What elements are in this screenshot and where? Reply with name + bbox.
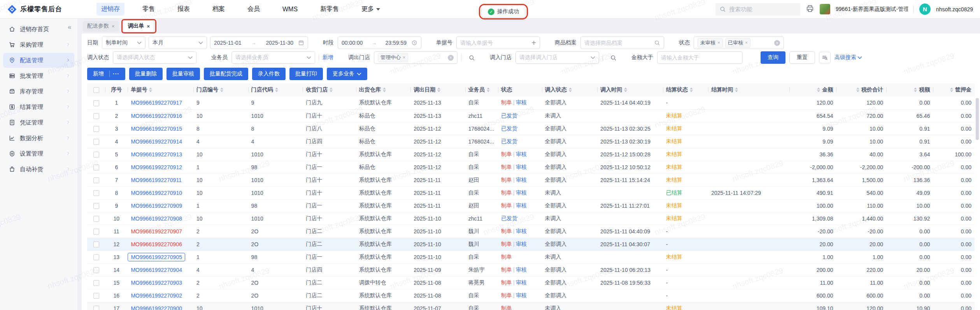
- row-checkbox[interactable]: [93, 306, 99, 310]
- product-archive-input[interactable]: [584, 40, 654, 46]
- amount-input[interactable]: [661, 54, 739, 61]
- search-icon[interactable]: [610, 54, 617, 61]
- remove-tag-icon[interactable]: ×: [403, 55, 405, 60]
- out-store-multiselect[interactable]: 管理中心× ×: [374, 51, 458, 64]
- row-checkbox[interactable]: [93, 267, 99, 273]
- sidebar-item-settlement[interactable]: 结算管理: [3, 100, 74, 114]
- sort-icons[interactable]: [383, 88, 386, 92]
- sort-icons[interactable]: [220, 88, 223, 92]
- sidebar-item-purchase[interactable]: 采购管理: [3, 37, 74, 52]
- advanced-search-link[interactable]: 高级搜索: [834, 54, 862, 61]
- row-checkbox[interactable]: [93, 190, 99, 196]
- nav-item-new-retail[interactable]: 新零售: [316, 3, 344, 16]
- sidebar-collapse-icon[interactable]: «: [68, 23, 70, 31]
- add-salesman-link[interactable]: 新增: [323, 54, 333, 61]
- sort-icons[interactable]: [330, 88, 333, 92]
- tab-transfer-out-order[interactable]: 调出单×: [124, 21, 154, 32]
- sort-icons[interactable]: [624, 88, 627, 92]
- row-checkbox[interactable]: [93, 152, 99, 158]
- column-header-settle[interactable]: 结算状态: [663, 83, 708, 96]
- column-header-warehouse[interactable]: 出货仓库: [356, 83, 411, 96]
- column-header-store_no[interactable]: 门店编号: [193, 83, 248, 96]
- sort-icons[interactable]: [735, 88, 738, 92]
- sidebar-item-voucher[interactable]: 凭证管理: [3, 115, 74, 130]
- order-no-link[interactable]: MO99661992270906: [131, 241, 182, 247]
- sidebar-item-delivery[interactable]: 配送管理: [3, 53, 74, 68]
- more-business-button[interactable]: 更多业务: [327, 68, 367, 80]
- column-header-store[interactable]: 收货门店: [303, 83, 356, 96]
- nav-item-reports[interactable]: 报表: [173, 3, 195, 16]
- nav-item-members[interactable]: 会员: [243, 3, 265, 16]
- time-range-picker[interactable]: 00:00:00 → 23:59:59: [338, 37, 421, 49]
- sort-icons[interactable]: [817, 88, 820, 92]
- order-no-link[interactable]: MO99661992270900: [131, 305, 182, 310]
- row-checkbox[interactable]: [93, 293, 99, 299]
- batch-delete-button[interactable]: 批量删除: [129, 68, 163, 80]
- add-button[interactable]: 新增···: [87, 68, 125, 80]
- sort-icons[interactable]: [950, 88, 953, 92]
- sidebar-item-inventory[interactable]: 库存管理: [3, 84, 74, 99]
- user-avatar[interactable]: N: [919, 4, 931, 15]
- sort-icons[interactable]: [690, 88, 693, 92]
- order-no-link[interactable]: MO99661992270914: [131, 138, 182, 145]
- column-header-salesman[interactable]: 业务员: [465, 83, 498, 96]
- in-store-select[interactable]: 请选择调入门店: [515, 51, 599, 64]
- sort-icons[interactable]: [149, 88, 152, 92]
- nav-item-wms[interactable]: WMS: [278, 4, 302, 15]
- row-checkbox[interactable]: [93, 177, 99, 183]
- order-no-link[interactable]: MO99661992270907: [131, 228, 182, 235]
- date-type-select[interactable]: 制单时间: [102, 37, 146, 49]
- global-search[interactable]: [715, 3, 800, 16]
- row-checkbox[interactable]: [93, 165, 99, 170]
- sort-icons[interactable]: [856, 88, 859, 92]
- sort-icons[interactable]: [437, 88, 440, 92]
- column-header-deposit[interactable]: 筐押金: [933, 83, 975, 96]
- order-no-link[interactable]: MO99661992270912: [131, 164, 182, 170]
- row-checkbox[interactable]: [93, 100, 99, 106]
- store-avatar[interactable]: [820, 4, 830, 14]
- global-search-input[interactable]: [729, 6, 791, 12]
- remove-tag-icon[interactable]: ×: [745, 40, 748, 46]
- user-name[interactable]: nhsoft.zqc0829: [936, 6, 973, 12]
- column-header-date[interactable]: 调出日期: [410, 83, 465, 96]
- column-header-in_time[interactable]: 调入时间: [597, 83, 663, 96]
- batch-allocation-done-button[interactable]: 批量配货完成: [204, 68, 248, 80]
- date-preset-select[interactable]: 本月: [149, 37, 207, 49]
- date-range-picker[interactable]: 2025-11-01 → 2025-11-30: [210, 37, 308, 49]
- select-all-checkbox[interactable]: [93, 87, 99, 93]
- row-checkbox[interactable]: [93, 203, 99, 209]
- printer-icon[interactable]: [806, 4, 814, 14]
- more-dots-icon[interactable]: ···: [113, 71, 119, 77]
- column-header-tax[interactable]: 税额: [886, 83, 933, 96]
- row-checkbox[interactable]: [93, 126, 99, 132]
- order-no-link[interactable]: MO99661992270908: [131, 215, 182, 222]
- row-checkbox[interactable]: [93, 280, 99, 286]
- order-no-link[interactable]: MO99661992270910: [131, 190, 182, 196]
- sidebar-item-analytics[interactable]: 数据分析: [3, 131, 74, 145]
- row-checkbox[interactable]: [93, 254, 99, 260]
- batch-audit-button[interactable]: 批量审核: [167, 68, 200, 80]
- sidebar-item-replenish[interactable]: 自动补货: [3, 162, 74, 177]
- clear-icon[interactable]: ×: [448, 55, 454, 61]
- tab-delivery-params[interactable]: 配送参数×: [83, 21, 119, 32]
- order-no-input[interactable]: [460, 40, 531, 46]
- enter-quantity-button[interactable]: 录入件数: [252, 68, 286, 80]
- order-no-link[interactable]: MO99661992270902: [131, 292, 182, 299]
- column-header-settle_time[interactable]: 结算时间: [708, 83, 789, 96]
- column-header-amount[interactable]: 金额: [789, 83, 836, 96]
- column-header-no[interactable]: 单据号: [128, 83, 193, 96]
- close-icon[interactable]: ×: [147, 23, 150, 29]
- column-header-tax_total[interactable]: 税价合计: [836, 83, 886, 96]
- row-checkbox[interactable]: [93, 229, 99, 235]
- order-no-link[interactable]: MO99661992270904: [131, 267, 182, 273]
- order-no-link[interactable]: MO99661992270905: [131, 254, 182, 260]
- salesman-select[interactable]: 请选择业务员: [231, 51, 315, 64]
- row-checkbox[interactable]: [93, 242, 99, 247]
- nav-item-more[interactable]: 更多: [357, 3, 385, 16]
- order-no-link[interactable]: MO99661992270916: [131, 113, 182, 119]
- column-header-store_code[interactable]: 门店代码: [248, 83, 303, 96]
- batch-print-button[interactable]: 批量打印: [289, 68, 323, 80]
- advanced-filter-icon[interactable]: [819, 52, 831, 63]
- sort-icons[interactable]: [275, 88, 278, 92]
- order-no-link[interactable]: MO99661992270915: [131, 126, 182, 132]
